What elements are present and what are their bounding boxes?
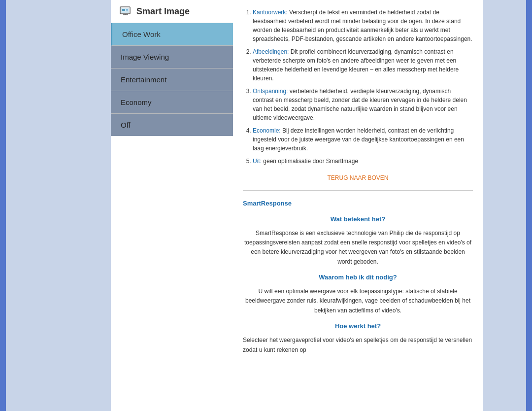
feature-list: Kantoorwerk: Verscherpt de tekst en verm… [243,8,473,166]
list-item: Ontspanning: verbeterde helderheid, verd… [253,87,473,122]
kantoorwerk-link[interactable]: Kantoorwerk: [253,9,288,16]
what-body: SmartResponse is een exclusieve technolo… [243,229,473,267]
center-block: Smart Image Office Work Image Viewing En… [111,0,483,411]
svg-rect-4 [122,9,125,11]
smart-image-header: Smart Image [111,0,233,23]
inner-layout: Smart Image Office Work Image Viewing En… [6,0,526,411]
smart-image-title: Smart Image [136,6,190,17]
menu-item-off[interactable]: Off [111,114,233,136]
list-item: Economie: Bij deze instellingen worden h… [253,126,473,153]
left-space [6,0,111,411]
why-body: U wilt een optimale weergave voor elk to… [243,287,473,315]
top-area: Smart Image Office Work Image Viewing En… [111,0,483,369]
what-title: Wat betekent het? [243,214,473,224]
svg-rect-5 [126,9,128,10]
ontspanning-link[interactable]: Ontspanning: [253,88,288,95]
menu-item-economy[interactable]: Economy [111,91,233,114]
afbeeldingen-link[interactable]: Afbeeldingen: [253,48,289,55]
right-blue-bar [526,0,532,411]
list-item: Afbeeldingen: Dit profiel combineert kle… [253,47,473,83]
menu-item-entertainment[interactable]: Entertainment [111,68,233,91]
economie-link[interactable]: Economie: [253,127,281,134]
menu-list: Office Work Image Viewing Entertainment … [111,23,233,136]
how-body: Selecteer het weergaveprofiel voor video… [243,336,473,354]
list-item: Uit: geen optimalisatie door SmartImage [253,157,473,166]
section-divider [243,190,473,191]
menu-column: Smart Image Office Work Image Viewing En… [111,0,233,369]
menu-item-office-work[interactable]: Office Work [111,23,233,46]
smart-response-title: SmartResponse [243,199,473,208]
list-item: Kantoorwerk: Verscherpt de tekst en verm… [253,8,473,43]
page-wrapper: Smart Image Office Work Image Viewing En… [0,0,532,411]
uit-link[interactable]: Uit: [253,158,262,165]
why-title: Waarom heb ik dit nodig? [243,273,473,282]
smart-image-icon [119,6,133,17]
uit-body: geen optimalisatie door SmartImage [262,158,358,165]
economie-body: Bij deze instellingen worden helderheid,… [253,127,464,152]
svg-rect-6 [126,10,128,11]
how-title: Hoe werkt het? [243,321,473,331]
menu-item-image-viewing[interactable]: Image Viewing [111,46,233,68]
text-panel: Kantoorwerk: Verscherpt de tekst en verm… [233,0,483,369]
left-blue-bar [0,0,6,411]
right-space [483,0,526,411]
back-to-top-link[interactable]: TERUG NAAR BOVEN [243,173,473,182]
